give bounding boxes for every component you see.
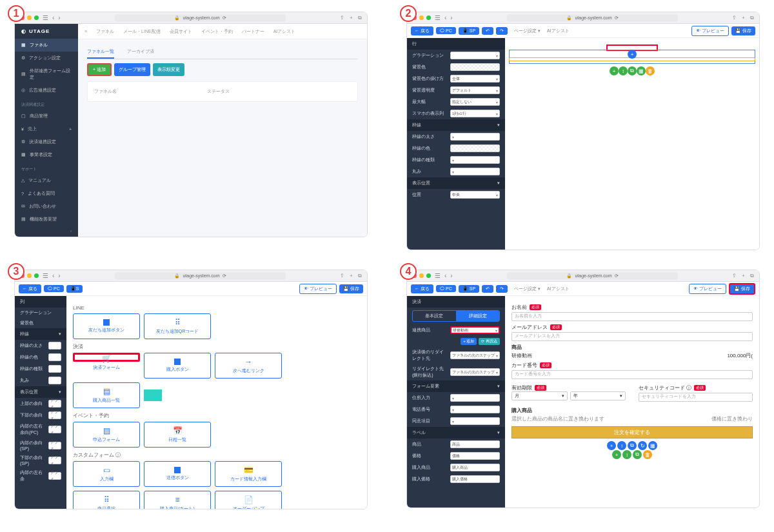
gallery-input[interactable]: ▭入力欄 [73, 461, 140, 487]
hamburger-icon[interactable]: ≡ [84, 29, 87, 34]
group-manage-button[interactable]: グループ管理 [114, 63, 150, 76]
save-button[interactable]: 💾 保存 [731, 26, 755, 35]
gallery-product-select[interactable]: ⠿商品選択 [73, 491, 140, 509]
delete-icon[interactable]: 🗑 [646, 66, 655, 75]
redirect-bank-select[interactable]: ファネルの次のステップ [450, 368, 500, 376]
preview-button[interactable]: 👁 プレビュー [691, 26, 729, 36]
linked-product-select[interactable]: 研修動画 [450, 326, 500, 334]
max-width-select[interactable]: 指定しない [450, 98, 500, 106]
sidebar-item-products[interactable]: ▢商品管理 [15, 110, 78, 123]
window-3: ☰‹›🔒utage-system.com⟳⇪+⧉ ← 戻る 🖵 PC 📱S 👁 … [14, 270, 368, 509]
sidebar-item-manual[interactable]: △マニュアル [15, 174, 78, 187]
sidebar: ◐UTAGE ▦ファネル ⚙アクション設定 ▤外部連携フォーム設定 ◎広告連携設… [15, 24, 78, 237]
sidebar-item-feedback[interactable]: ▤機能改善要望 [15, 213, 78, 226]
topnav-funnel[interactable]: ファネル [96, 28, 114, 35]
gallery-buy-button[interactable]: 購入ボタン [144, 353, 211, 379]
border-radius-select[interactable] [450, 168, 500, 175]
editor-canvas[interactable]: + + ↕ ⧉ ▦ 🗑 [505, 38, 759, 250]
pc-view-button[interactable]: 🖵 PC [436, 27, 456, 34]
sidebar-item-contact[interactable]: ✉お問い合わせ [15, 200, 78, 213]
reload-button[interactable]: ⟳ 再読込 [479, 338, 500, 345]
topnav-mail[interactable]: メール・LINE配信 [123, 28, 161, 35]
bg-color-swatch[interactable] [450, 63, 500, 71]
border-color-swatch[interactable] [450, 144, 500, 152]
gallery-submit[interactable]: 送信ボタン [144, 461, 211, 487]
topnav-partner[interactable]: パートナー [242, 28, 264, 35]
card-input[interactable]: カード番号を入力 [511, 370, 753, 379]
sidebar-item-faq[interactable]: ?よくある質問 [15, 187, 78, 200]
page-settings-link[interactable]: ページ設定 ▾ [514, 28, 541, 34]
step-badge-1: 1 [8, 5, 25, 22]
sidebar-item-form[interactable]: ▤外部連携フォーム設定 [15, 64, 78, 84]
gradient-select[interactable] [450, 52, 500, 59]
sidebar-item-sales[interactable]: ¥売上+ [15, 123, 78, 135]
topnav-event[interactable]: イベント・予約 [201, 28, 233, 35]
tab-archived[interactable]: アーカイブ済 [127, 46, 154, 59]
forward-icon[interactable]: › [58, 14, 60, 21]
funnel-table: ファネル名ステータス [87, 81, 358, 102]
window-2: ☰‹›🔒utage-system.com⟳⇪+⧉ ← 戻る 🖵 PC 📱 SP … [406, 12, 760, 250]
sidebar-item-ad[interactable]: ◎広告連携設定 [15, 84, 78, 97]
bg-apply-select[interactable]: 全体 [450, 75, 500, 83]
sidebar-item-action[interactable]: ⚙アクション設定 [15, 52, 78, 64]
step-badge-2: 2 [400, 5, 417, 22]
topnav-ai[interactable]: AIアシスト [273, 28, 296, 35]
confirm-order-button[interactable]: 注文を確定する [511, 426, 753, 438]
property-panel-4: 決済 基本設定 詳細設定 連携商品研修動画 + 追加 ⟳ 再読込 決済後のリダイ… [407, 296, 505, 507]
gallery-order-bump[interactable]: 📄オーダーバンプ [215, 491, 282, 509]
name-input[interactable]: お名前を入力 [511, 312, 753, 321]
tab-detail[interactable]: 詳細設定 [457, 311, 500, 321]
back-button[interactable]: ← 戻る [411, 26, 433, 35]
window-1: ☰ ‹ › 🔒utage-system.com⟳ ⇪+⧉ ◐UTAGE ▦ファネ… [14, 12, 368, 237]
border-style-select[interactable] [450, 156, 500, 164]
gallery-friend-button[interactable]: 友だち追加ボタン [73, 313, 140, 339]
expiry-month-select[interactable]: 月▾ [511, 391, 568, 400]
sidebar-collapse[interactable]: ‹ [15, 226, 78, 237]
topnav-member[interactable]: 会員サイト [170, 28, 192, 35]
url-bar[interactable]: 🔒utage-system.com⟳ [115, 14, 286, 22]
expiry-year-select[interactable]: 年▾ [570, 391, 626, 400]
gallery-product-list[interactable]: ▤購入商品一覧 [73, 382, 140, 408]
save-button-highlighted[interactable]: 💾 保存 [729, 283, 755, 295]
undo-button[interactable]: ↶ [482, 27, 493, 35]
gallery-payment-form[interactable]: 🛒決済フォーム [73, 353, 140, 362]
share-icon[interactable]: ⇪ [340, 15, 344, 21]
cvv-input[interactable]: セキュリティコードを入力 [639, 393, 753, 402]
gallery-apply-form[interactable]: ▤申込フォーム [73, 422, 140, 448]
border-width-select[interactable] [450, 133, 500, 141]
newtab-icon[interactable]: + [350, 15, 353, 21]
gallery-schedule[interactable]: 📅日程一覧 [144, 422, 211, 448]
tab-funnel-list[interactable]: ファネル一覧 [87, 46, 114, 59]
display-order-button[interactable]: 表示順変更 [153, 63, 184, 76]
sidebar-item-payment-link[interactable]: ⚙決済連携設定 [15, 135, 78, 148]
tabs-icon[interactable]: ⧉ [358, 15, 362, 21]
add-button[interactable]: + 追加 [87, 63, 112, 76]
back-icon[interactable]: ‹ [52, 14, 54, 21]
tab-basic[interactable]: 基本設定 [413, 311, 457, 321]
bg-opacity-select[interactable]: デフォルト [450, 86, 500, 94]
window-4: ☰‹›🔒utage-system.com⟳⇪+⧉ ← 戻る 🖵 PC 📱 SP … [406, 270, 760, 508]
email-input[interactable]: メールアドレスを入力 [511, 332, 753, 341]
gallery-friend-qr[interactable]: ⠿友だち追加QRコード [144, 313, 211, 339]
element-gallery: LINE 友だち追加ボタン ⠿友だち追加QRコード 決済 🛒決済フォーム 購入ボ… [66, 296, 367, 509]
sidebar-item-business[interactable]: ▦事業者設定 [15, 148, 78, 161]
sidebar-item-funnel[interactable]: ▦ファネル [15, 39, 78, 52]
redirect-select[interactable]: ファネルの次のステップ [450, 351, 500, 359]
step-badge-4: 4 [400, 263, 417, 280]
top-nav: ≡ ファネル メール・LINE配信 会員サイト イベント・予約 パートナー AI… [78, 24, 367, 39]
redo-button[interactable]: ↷ [496, 27, 508, 35]
ai-assist-link[interactable]: AIアシスト [547, 28, 570, 34]
property-panel-3: 列 グラデーション 背景色 枠線▾ 枠線の太さ 枠線の色 枠線の種類 丸み 表示… [15, 296, 66, 509]
gallery-card-input[interactable]: 💳カード情報入力欄 [215, 461, 282, 487]
sp-cols-select[interactable]: 1列x1行 [450, 110, 500, 117]
tool-icon[interactable]: + [610, 66, 619, 75]
sp-view-button[interactable]: 📱 SP [459, 27, 479, 35]
position-select[interactable]: 中央 [450, 191, 500, 199]
add-icon[interactable]: + [628, 50, 637, 59]
step-badge-3: 3 [8, 263, 25, 280]
gallery-next-link[interactable]: →次へ進むリンク [215, 353, 282, 379]
add-product-button[interactable]: + 追加 [461, 338, 477, 345]
sidebar-toggle-icon[interactable]: ☰ [43, 14, 48, 21]
form-preview: お名前必須 お名前を入力 メールアドレス必須 メールアドレスを入力 商品 研修動… [505, 296, 759, 507]
gallery-cart[interactable]: ≡購入商品(カート) [144, 491, 211, 509]
